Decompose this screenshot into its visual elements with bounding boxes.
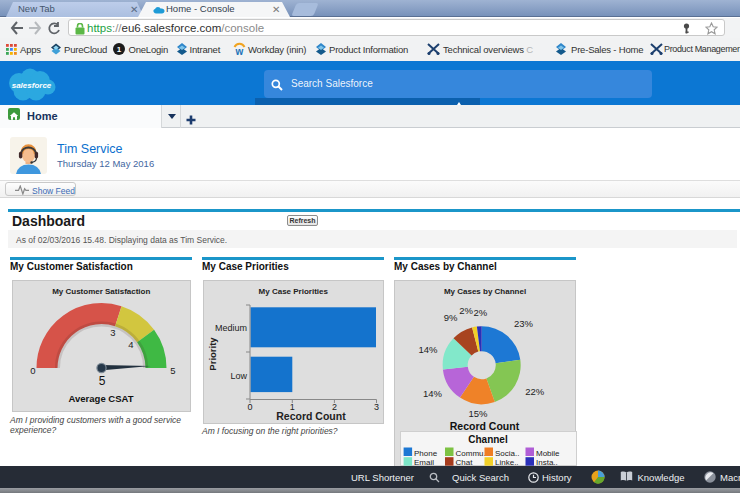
svg-text:Commu..: Commu..: [456, 449, 488, 458]
svg-text:Mobile: Mobile: [536, 449, 560, 458]
svg-text:Phone: Phone: [414, 449, 438, 458]
svg-text:Socia..: Socia..: [495, 449, 519, 458]
